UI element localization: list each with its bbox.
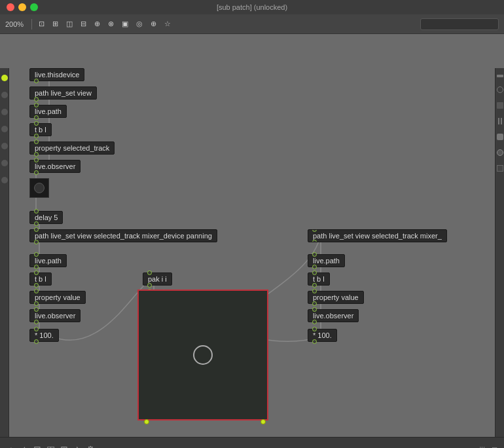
outlet-pak-i-i [147,283,152,288]
node-live-observer-2[interactable]: live.observer [29,309,81,322]
node-mul-100-1[interactable]: * 100. [29,329,59,342]
outlet-live-thisdevice [34,79,39,83]
widget-outlet-right [261,419,266,424]
node-tbl-2[interactable]: t b l [29,272,52,286]
toolbar-icon-5[interactable]: ⊕ [92,18,103,29]
toolbar-icon-9[interactable]: ⊕ [148,18,159,29]
node-tbl-1[interactable]: t b l [29,123,52,136]
node-live-observer-3[interactable]: live.observer [308,309,359,322]
inlet-tbl-1 [34,121,39,126]
close-button[interactable] [7,3,14,11]
minimize-button[interactable] [18,3,26,11]
right-side-panel [495,68,504,437]
side-panel-lines-icon[interactable] [497,75,503,77]
outlet-path-panning [34,240,39,244]
node-property-value-1[interactable]: property value [29,291,86,304]
inlet-mul-100-1 [34,327,39,331]
outlet-tbl-2 [34,283,39,288]
node-path-live-set-view[interactable]: path live_set view [29,86,97,100]
outlet-property-selected-track [34,152,39,157]
side-panel-note-icon[interactable] [498,118,502,124]
left-panel-btn-5[interactable] [1,160,8,166]
inlet-live-path-3 [312,252,317,257]
outlet-live-path-3 [312,265,317,269]
toolbar-separator [31,19,32,29]
window-title: [sub patch] (unlocked) [217,3,287,11]
node-property-value-2[interactable]: property value [308,291,364,304]
node-property-selected-track[interactable]: property selected_track [29,141,115,155]
main-canvas: live.thisdevice path live_set view live.… [0,34,504,437]
outlet-delay-5 [34,221,39,226]
left-panel-btn-1[interactable] [1,92,8,98]
outlet-path-right [312,240,317,242]
toolbar-icon-2[interactable]: ⊞ [50,18,61,29]
widget-outlet-left [144,419,149,424]
node-live-observer-1[interactable]: live.observer [29,160,81,173]
node-delay-5[interactable]: delay 5 [29,211,63,224]
node-live-path-2[interactable]: live.path [29,254,67,267]
side-panel-circle-icon[interactable] [497,86,503,93]
toolbar-icon-8[interactable]: ◎ [134,18,145,29]
toolbar-icon-10[interactable]: ☆ [162,18,173,29]
inlet-mul-100-2 [312,327,317,331]
bottom-right-icons: ||| ⊟ [479,445,497,449]
outlet-live-observer-2 [34,320,39,324]
node-live-path-3[interactable]: live.path [308,254,345,267]
inlet-tbl-2 [34,271,39,275]
bottom-icon-star[interactable]: ✦ [73,444,81,448]
bottom-icon-right-1[interactable]: ||| [479,445,485,449]
inlet-property-selected-track [34,140,39,144]
left-dot-yellow [1,75,8,81]
inlet-live-observer-2 [34,307,39,312]
maximize-button[interactable] [30,3,38,11]
left-panel-btn-3[interactable] [1,126,8,132]
dial-widget-1[interactable] [29,178,49,198]
inlet-delay-5 [34,209,39,214]
xy-pad-widget[interactable] [137,289,268,420]
toolbar-icon-3[interactable]: ◫ [63,18,75,29]
left-panel-btn-2[interactable] [1,109,8,115]
inlet-live-observer-3 [312,307,317,312]
outlet-mul-100-2 [312,339,317,344]
inlet-pak-i-i [147,271,152,275]
inlet-tbl-3 [312,271,317,275]
left-panel-btn-4[interactable] [1,143,8,149]
node-tbl-3[interactable]: t b l [308,272,330,286]
bottom-icon-grid[interactable]: ⊞ [60,444,68,448]
left-panel [0,68,9,437]
node-path-right[interactable]: path live_set view selected_track mixer_ [308,229,447,242]
traffic-lights [7,3,38,11]
bottom-icon-right-2[interactable]: ⊟ [492,445,497,449]
side-panel-box-icon[interactable] [497,134,503,140]
inlet-property-value-2 [312,289,317,293]
side-panel-misc-icon[interactable] [497,165,503,172]
outlet-live-path-2 [34,265,39,269]
side-panel-camera-icon[interactable] [497,149,503,156]
node-live-thisdevice[interactable]: live.thisdevice [29,68,84,81]
outlet-live-observer-3 [312,320,317,324]
node-path-panning[interactable]: path live_set view selected_track mixer_… [29,229,217,242]
bottom-icon-arrow[interactable]: ▲ [7,444,16,448]
node-mul-100-2[interactable]: * 100. [308,329,337,342]
inlet-live-observer-1 [34,158,39,162]
toolbar-icon-6[interactable]: ⊗ [105,18,117,29]
bottom-icon-table[interactable]: ◫ [46,444,55,448]
outlet-live-observer-1 [34,170,39,175]
node-pak-i-i[interactable]: pak i i [143,272,172,286]
bottom-icon-shape[interactable]: △ [21,444,28,448]
side-panel-square-icon[interactable] [497,102,503,109]
left-panel-btn-6[interactable] [1,177,8,183]
bottom-icon-settings[interactable]: ⚙ [86,444,95,448]
bottom-icon-group[interactable]: ⊡ [33,444,41,448]
search-input[interactable] [420,18,499,30]
node-live-path-1[interactable]: live.path [29,105,67,118]
title-bar: [sub patch] (unlocked) [0,0,504,14]
xy-pad-handle [193,345,213,365]
zoom-level[interactable]: 200% [5,20,24,28]
toolbar-icon-7[interactable]: ▣ [119,18,131,29]
inlet-path-panning [34,227,39,232]
outlet-tbl-1 [34,134,39,138]
toolbar-icon-4[interactable]: ⊟ [78,18,89,29]
toolbar-icon-1[interactable]: ⊡ [36,18,47,29]
outlet-live-path-1 [34,115,39,120]
